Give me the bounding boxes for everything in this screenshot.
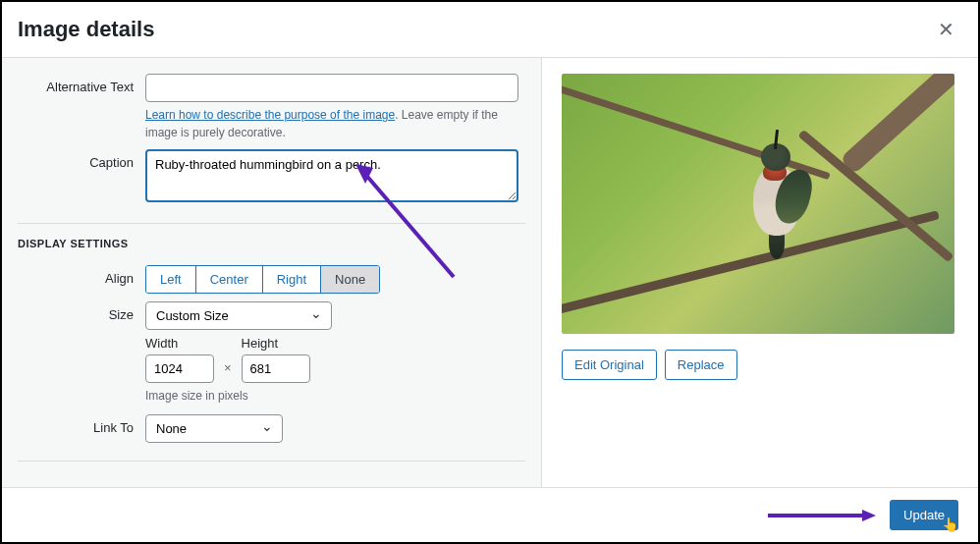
display-settings-heading: DISPLAY SETTINGS: [18, 238, 525, 249]
modal-footer: Update: [2, 487, 978, 542]
hummingbird-shape: [743, 137, 812, 245]
modal-title: Image details: [18, 17, 154, 42]
alt-text-control: Learn how to describe the purpose of the…: [145, 74, 518, 141]
width-input[interactable]: [145, 354, 214, 383]
height-label: Height: [242, 336, 310, 351]
settings-column: Alternative Text Learn how to describe t…: [2, 58, 542, 487]
link-to-control: None: [145, 414, 518, 443]
size-select-wrap: Custom Size: [145, 301, 332, 330]
image-details-modal: Image details ✕ Alternative Text Learn h…: [0, 0, 980, 544]
align-label: Align: [18, 265, 145, 286]
branch-shape: [840, 74, 954, 175]
update-button[interactable]: Update: [890, 500, 958, 530]
alt-text-hint: Learn how to describe the purpose of the…: [145, 106, 518, 141]
caption-row: Caption: [18, 149, 525, 205]
alt-text-hint-link[interactable]: Learn how to describe the purpose of the…: [145, 108, 395, 122]
modal-header: Image details ✕: [2, 2, 978, 58]
annotation-arrow-icon: [768, 509, 876, 522]
image-preview: [562, 74, 954, 334]
align-row: Align Left Center Right None: [18, 265, 525, 294]
caption-label: Caption: [18, 149, 145, 170]
replace-button[interactable]: Replace: [665, 350, 737, 380]
align-button-group: Left Center Right None: [145, 265, 380, 294]
size-control: Custom Size Width × Height: [145, 301, 518, 405]
preview-actions: Edit Original Replace: [562, 350, 958, 380]
align-control: Left Center Right None: [145, 265, 518, 294]
link-to-label: Link To: [18, 414, 145, 435]
alt-text-input[interactable]: [145, 74, 518, 102]
height-input[interactable]: [242, 354, 310, 383]
modal-body: Alternative Text Learn how to describe t…: [2, 58, 978, 487]
width-col: Width: [145, 336, 214, 383]
size-row: Size Custom Size Width ×: [18, 301, 525, 405]
section-divider-bottom: [18, 461, 525, 462]
size-select[interactable]: Custom Size: [145, 301, 332, 330]
close-icon: ✕: [938, 19, 954, 40]
size-inputs: Width × Height: [145, 336, 518, 383]
link-to-row: Link To None: [18, 414, 525, 443]
edit-original-button[interactable]: Edit Original: [562, 350, 657, 380]
width-label: Width: [145, 336, 214, 351]
size-hint: Image size in pixels: [145, 387, 518, 405]
link-to-select-wrap: None: [145, 414, 283, 443]
preview-column: Edit Original Replace: [542, 58, 978, 487]
align-none-button[interactable]: None: [321, 266, 379, 293]
height-col: Height: [242, 336, 310, 383]
alt-text-row: Alternative Text Learn how to describe t…: [18, 74, 525, 141]
section-divider: [18, 223, 525, 224]
close-button[interactable]: ✕: [930, 14, 962, 45]
size-multiply-icon: ×: [224, 360, 232, 375]
size-label: Size: [18, 301, 145, 322]
align-left-button[interactable]: Left: [146, 266, 196, 293]
alt-text-label: Alternative Text: [18, 74, 145, 94]
caption-control: [145, 149, 518, 205]
align-center-button[interactable]: Center: [196, 266, 263, 293]
caption-input[interactable]: [145, 149, 518, 202]
svg-marker-1: [862, 510, 876, 521]
preview-scene: [562, 74, 954, 334]
link-to-select[interactable]: None: [145, 414, 283, 443]
align-right-button[interactable]: Right: [263, 266, 321, 293]
